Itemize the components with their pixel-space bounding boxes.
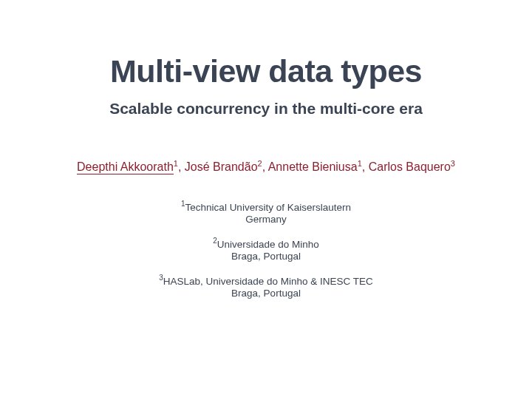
author-name: José Brandão [185,160,258,173]
affiliation: 2Universidade do Minho Braga, Portugal [0,237,532,263]
affiliation: 3HASLab, Universidade do Minho & INESC T… [0,274,532,300]
author-aff-mark: 2 [258,159,262,168]
slide-subtitle: Scalable concurrency in the multi-core e… [0,100,532,118]
author-aff-mark: 3 [451,159,455,168]
affiliation-line: Universidade do Minho [217,238,319,249]
affiliation-line: Germany [245,214,287,225]
author-list: Deepthi Akkoorath1, José Brandão2, Annet… [0,159,532,174]
affiliation-line: HASLab, Universidade do Minho & INESC TE… [163,276,373,287]
title-slide: Multi-view data types Scalable concurren… [0,53,532,400]
affiliation-list: 1Technical University of Kaiserslautern … [0,200,532,301]
author-name: Deepthi Akkoorath [77,160,174,174]
affiliation-line: Braga, Portugal [231,251,301,262]
author-name: Carlos Baquero [369,160,451,173]
affiliation-line: Braga, Portugal [231,288,301,299]
slide-title: Multi-view data types [0,53,532,89]
affiliation: 1Technical University of Kaiserslautern … [0,200,532,226]
author-aff-mark: 1 [174,159,178,168]
author-name: Annette Bieniusa [268,160,358,173]
author-aff-mark: 1 [358,159,362,168]
affiliation-line: Technical University of Kaiserslautern [185,201,351,212]
